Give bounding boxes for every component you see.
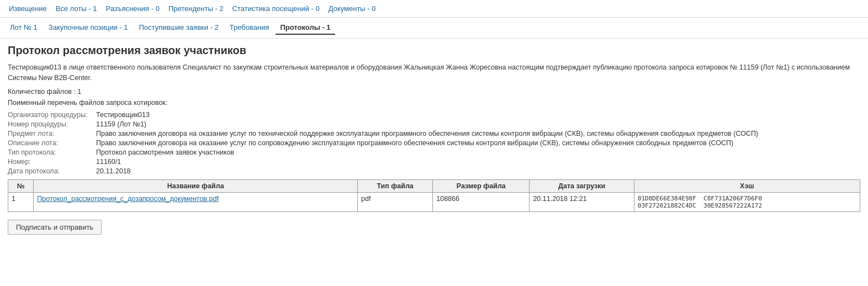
top-nav-item-3[interactable]: Претенденты - 2 bbox=[165, 3, 227, 14]
file-count: Количество файлов : 1 bbox=[8, 88, 860, 96]
page-title: Протокол рассмотрения заявок участников bbox=[8, 44, 860, 57]
file-list-label: Поименный перечень файлов запроса котиро… bbox=[8, 99, 860, 107]
info-label-6: Дата протокола: bbox=[8, 167, 96, 175]
info-value-3: Право заключения договора на оказание ус… bbox=[96, 139, 860, 147]
submit-button[interactable]: Подписать и отправить bbox=[8, 220, 102, 235]
col-num: № bbox=[8, 179, 34, 192]
cell-filetype: pdf bbox=[357, 192, 432, 211]
info-label-5: Номер: bbox=[8, 158, 96, 166]
info-row-3: Описание лота: Право заключения договора… bbox=[8, 139, 860, 147]
cell-num: 1 bbox=[8, 192, 34, 211]
info-label-0: Организатор процедуры: bbox=[8, 111, 96, 119]
cell-hash: 01D8DE66E384E98F C8F731A206F7D6F0 03F272… bbox=[634, 192, 860, 211]
top-nav-item-2[interactable]: Разъяснения - 0 bbox=[103, 3, 163, 14]
col-date: Дата загрузки bbox=[530, 179, 634, 192]
table-row: 1Протокол_рассмотрения_с_дозапросом_доку… bbox=[8, 192, 860, 211]
sub-nav-item-0[interactable]: Лот № 1 bbox=[6, 21, 42, 35]
col-filename: Название файла bbox=[34, 179, 358, 192]
file-link[interactable]: Протокол_рассмотрения_с_дозапросом_докум… bbox=[37, 195, 219, 203]
description-text: Тестировщик013 в лице ответственного пол… bbox=[8, 62, 860, 83]
table-header-row: № Название файла Тип файла Размер файла … bbox=[8, 179, 860, 192]
info-row-4: Тип протокола: Протокол рассмотрения зая… bbox=[8, 149, 860, 156]
top-nav-item-1[interactable]: Все лоты - 1 bbox=[52, 3, 100, 14]
info-label-3: Описание лота: bbox=[8, 139, 96, 147]
col-filesize: Размер файла bbox=[433, 179, 530, 192]
top-nav-item-0[interactable]: Извещение bbox=[6, 3, 50, 14]
info-value-1: 11159 (Лот №1) bbox=[96, 120, 860, 128]
top-nav-item-4[interactable]: Статистика посещений - 0 bbox=[229, 3, 323, 14]
info-label-1: Номер процедуры: bbox=[8, 120, 96, 128]
sub-nav-item-2[interactable]: Поступившие заявки - 2 bbox=[134, 21, 223, 35]
info-row-5: Номер: 11160/1 bbox=[8, 158, 860, 166]
info-value-5: 11160/1 bbox=[96, 158, 860, 166]
cell-date: 20.11.2018 12:21 bbox=[530, 192, 634, 211]
info-row-6: Дата протокола: 20.11.2018 bbox=[8, 167, 860, 175]
info-label-2: Предмет лота: bbox=[8, 130, 96, 137]
top-nav-item-5[interactable]: Документы - 0 bbox=[325, 3, 379, 14]
info-table: Организатор процедуры: Тестировщик013 Но… bbox=[8, 111, 860, 175]
top-nav: Извещение Все лоты - 1 Разъяснения - 0 П… bbox=[0, 0, 868, 18]
main-content: Протокол рассмотрения заявок участников … bbox=[0, 39, 868, 240]
info-value-6: 20.11.2018 bbox=[96, 167, 860, 175]
sub-nav-item-1[interactable]: Закупочные позиции - 1 bbox=[44, 21, 133, 35]
sub-nav-item-4[interactable]: Протоколы - 1 bbox=[276, 21, 335, 35]
cell-filename: Протокол_рассмотрения_с_дозапросом_докум… bbox=[34, 192, 358, 211]
info-value-4: Протокол рассмотрения заявок участников bbox=[96, 149, 860, 156]
files-table: № Название файла Тип файла Размер файла … bbox=[8, 179, 860, 212]
info-row-0: Организатор процедуры: Тестировщик013 bbox=[8, 111, 860, 119]
col-filetype: Тип файла bbox=[357, 179, 432, 192]
info-label-4: Тип протокола: bbox=[8, 149, 96, 156]
col-hash: Хэш bbox=[634, 179, 860, 192]
cell-filesize: 108866 bbox=[433, 192, 530, 211]
sub-nav-item-3[interactable]: Требования bbox=[225, 21, 274, 35]
info-row-2: Предмет лота: Право заключения договора … bbox=[8, 130, 860, 137]
sub-nav: Лот № 1 Закупочные позиции - 1 Поступивш… bbox=[0, 18, 868, 39]
info-row-1: Номер процедуры: 11159 (Лот №1) bbox=[8, 120, 860, 128]
info-value-2: Право заключения договора на оказание ус… bbox=[96, 130, 860, 137]
info-value-0: Тестировщик013 bbox=[96, 111, 860, 119]
